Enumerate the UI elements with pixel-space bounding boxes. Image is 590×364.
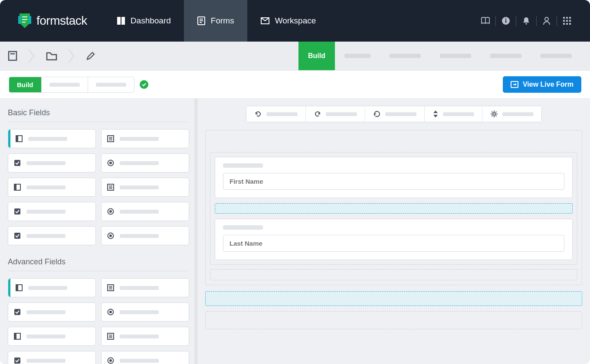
refresh-icon — [373, 110, 381, 118]
placeholder-bar — [120, 234, 159, 238]
nav-label: Forms — [211, 16, 234, 26]
svg-rect-19 — [569, 20, 571, 22]
svg-rect-21 — [566, 23, 568, 25]
advanced-fields-grid — [8, 278, 189, 364]
placeholder-bar — [326, 112, 357, 116]
section-footer-dropzone[interactable] — [210, 269, 577, 280]
section-body — [206, 148, 582, 285]
field-card[interactable] — [101, 178, 189, 197]
svg-rect-18 — [566, 20, 568, 22]
drop-zone[interactable] — [205, 291, 582, 306]
placeholder-bar — [26, 185, 66, 189]
svg-rect-16 — [569, 17, 571, 19]
breadcrumb-step-form[interactable] — [8, 51, 17, 61]
apps-grid-icon — [563, 16, 571, 25]
nav-dashboard[interactable]: Dashboard — [104, 0, 184, 42]
field-card[interactable] — [101, 202, 189, 221]
svg-point-10 — [505, 19, 507, 20]
tab-placeholder[interactable] — [481, 42, 531, 70]
redo-button[interactable] — [306, 106, 365, 122]
field-card[interactable] — [8, 226, 96, 245]
info-button[interactable] — [496, 12, 516, 29]
field-card[interactable] — [8, 178, 96, 197]
svg-rect-36 — [14, 184, 16, 190]
placeholder-bar — [443, 112, 474, 116]
field-first-name[interactable] — [215, 157, 573, 198]
breadcrumb-step-edit[interactable] — [86, 51, 95, 61]
refresh-button[interactable] — [365, 106, 425, 122]
placeholder-bar — [266, 112, 298, 116]
section-header — [206, 312, 582, 329]
logo-mark-icon — [18, 13, 31, 28]
tab-build[interactable]: Build — [298, 42, 335, 70]
check-icon — [141, 82, 147, 87]
sort-button[interactable] — [425, 106, 482, 122]
nav-workspace[interactable]: Workspace — [247, 0, 329, 42]
field-card[interactable] — [101, 278, 189, 297]
bell-icon — [522, 16, 531, 25]
field-card[interactable] — [101, 226, 189, 245]
book-icon — [481, 16, 490, 25]
svg-rect-14 — [563, 17, 565, 19]
tab-placeholder[interactable] — [380, 42, 430, 70]
chevron-right-icon — [68, 48, 75, 64]
nav-forms[interactable]: Forms — [184, 0, 247, 42]
field-card[interactable] — [101, 302, 189, 322]
svg-rect-20 — [563, 23, 565, 25]
main-area: Basic Fields Advanced Fields — [0, 99, 590, 364]
notifications-button[interactable] — [516, 12, 536, 29]
panel-left-icon — [15, 135, 23, 143]
settings-button[interactable] — [482, 106, 541, 122]
last-name-input[interactable] — [223, 235, 564, 252]
field-card[interactable] — [8, 302, 96, 322]
nav-label: Workspace — [275, 16, 316, 26]
field-card[interactable] — [8, 327, 96, 346]
field-card[interactable] — [8, 202, 96, 221]
view-live-form-button[interactable]: View Live Form — [503, 76, 581, 93]
placeholder-bar — [390, 54, 421, 58]
pencil-icon — [86, 51, 95, 61]
placeholder-bar — [502, 112, 534, 116]
field-card[interactable] — [8, 153, 96, 172]
undo-button[interactable] — [246, 106, 306, 122]
brand-logo: formstack — [0, 0, 104, 42]
svg-rect-53 — [14, 309, 20, 315]
svg-rect-3 — [117, 17, 121, 25]
placeholder-bar — [26, 161, 66, 165]
svg-rect-32 — [14, 160, 20, 166]
field-card[interactable] — [101, 327, 189, 346]
field-card[interactable] — [8, 351, 96, 364]
nav-label: Dashboard — [131, 16, 171, 26]
tab-placeholder[interactable] — [430, 42, 481, 70]
placeholder-bar — [440, 54, 471, 58]
field-card[interactable] — [101, 153, 189, 172]
svg-point-55 — [109, 311, 112, 313]
brand-name: formstack — [36, 14, 87, 28]
toolbar-row: Build View Live Form — [0, 70, 590, 99]
field-last-name[interactable] — [215, 219, 573, 260]
placeholder-bar — [120, 137, 159, 141]
svg-rect-1 — [18, 16, 21, 24]
breadcrumb-bar: Build — [0, 42, 590, 70]
segment-placeholder[interactable] — [88, 77, 134, 92]
segment-build[interactable]: Build — [9, 77, 42, 92]
account-button[interactable] — [537, 12, 557, 29]
form-section[interactable] — [205, 130, 582, 285]
field-card[interactable] — [101, 129, 189, 148]
section-inner — [210, 152, 577, 265]
segment-placeholder[interactable] — [42, 77, 88, 92]
help-book-button[interactable] — [475, 12, 495, 29]
apps-button[interactable] — [557, 12, 577, 29]
field-card[interactable] — [8, 129, 96, 148]
svg-point-43 — [109, 210, 112, 213]
tab-placeholder[interactable] — [335, 42, 380, 70]
breadcrumb-step-folder[interactable] — [46, 51, 57, 61]
placeholder-bar — [96, 83, 126, 87]
form-section[interactable] — [205, 311, 582, 329]
field-card[interactable] — [8, 278, 96, 297]
drop-zone[interactable] — [215, 203, 573, 214]
first-name-input[interactable] — [223, 173, 564, 190]
radio-icon — [107, 308, 115, 316]
tab-placeholder[interactable] — [531, 42, 581, 70]
field-card[interactable] — [101, 351, 189, 364]
